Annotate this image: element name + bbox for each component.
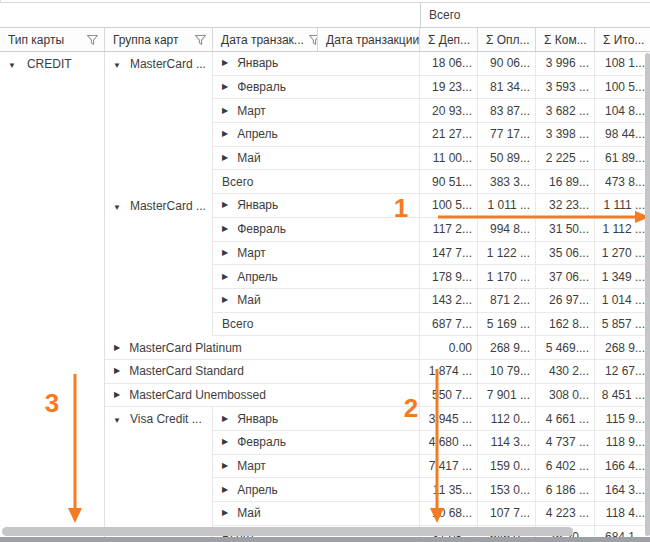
value-cell[interactable]: 871 2... [478,289,536,312]
expand-icon[interactable]: ▶ [222,462,228,470]
value-cell[interactable]: 83 87... [478,99,536,122]
value-cell[interactable]: 3 682 ... [536,99,595,122]
expand-icon[interactable]: ▶ [114,391,120,399]
value-cell[interactable]: 1 349 ... [595,265,650,288]
header-card-group[interactable]: Группа карт [105,28,213,51]
expand-icon[interactable]: ▶ [222,107,228,115]
value-cell[interactable]: 108 1... [595,52,650,75]
value-cell[interactable]: 4 680 ... [420,431,478,454]
value-cell[interactable]: 162 8... [536,313,595,336]
value-cell[interactable]: 98 44... [595,123,650,146]
value-cell[interactable]: 12 67... [595,360,650,383]
value-cell[interactable]: 164 3... [595,478,650,501]
value-cell[interactable]: 5 469.... [536,336,595,359]
value-cell[interactable]: 7 901 ... [478,384,536,407]
value-cell[interactable]: 18 06... [420,52,478,75]
row-month-cell[interactable]: ▶Февраль [213,431,420,454]
collapse-icon[interactable]: ▼ [113,61,121,70]
collapse-icon[interactable]: ▼ [8,61,16,70]
value-cell[interactable]: 16 89... [536,170,595,193]
row-month-cell[interactable]: ▶Март [213,455,420,478]
row-group-cell[interactable]: ▼Visa Credit ... [105,407,213,542]
row-month-cell[interactable]: ▶Апрель [213,478,420,501]
value-cell[interactable]: 143 2... [420,289,478,312]
expand-icon[interactable]: ▶ [222,83,228,91]
value-cell[interactable]: 268 9... [478,336,536,359]
value-cell[interactable]: 77 17... [478,123,536,146]
row-month-cell[interactable]: ▶Март [213,99,420,122]
value-cell[interactable]: 1 111 ... [595,194,650,217]
value-cell[interactable]: 6 402 ... [536,455,595,478]
value-cell[interactable]: 159 0... [478,455,536,478]
value-cell[interactable]: 153 0... [478,478,536,501]
value-cell[interactable]: 118 4... [595,502,650,525]
value-cell[interactable]: 118 9... [595,431,650,454]
row-month-cell[interactable]: ▶Январь [213,194,420,217]
value-cell[interactable]: 2 225 ... [536,147,595,170]
horizontal-scrollbar-thumb[interactable] [2,527,573,536]
value-cell[interactable]: 20 93... [420,99,478,122]
value-cell[interactable]: 117 2... [420,218,478,241]
value-cell[interactable]: 1 112 ... [595,218,650,241]
expand-icon[interactable]: ▶ [222,225,228,233]
expand-icon[interactable]: ▶ [222,415,228,423]
column-total-header[interactable]: Всего [420,3,650,27]
bottom-scrollbar-track[interactable] [0,537,650,542]
value-cell[interactable]: 81 34... [478,76,536,99]
value-cell[interactable]: 11 00... [420,147,478,170]
value-cell[interactable]: 10 79... [478,360,536,383]
value-cell[interactable]: 4 737 ... [536,431,595,454]
header-transaction-date-group[interactable]: Дата транзак... [213,28,318,51]
expand-icon[interactable]: ▶ [222,201,228,209]
collapse-icon[interactable]: ▼ [113,203,121,212]
row-month-cell[interactable]: ▶Май [213,147,420,170]
value-cell[interactable]: 114 3... [478,431,536,454]
row-card-type-cell[interactable]: ▼CREDIT [0,52,105,542]
value-cell[interactable]: 100 5... [420,194,478,217]
value-cell[interactable]: 11 35... [420,478,478,501]
row-total-cell[interactable]: Всего [213,170,420,193]
expand-icon[interactable]: ▶ [222,438,228,446]
row-month-cell[interactable]: ▶Январь [213,407,420,430]
row-group-cell[interactable]: ▶MasterCard Platinum [105,336,420,359]
value-cell[interactable]: 31 50... [536,218,595,241]
value-cell[interactable]: 8 451 ... [595,384,650,407]
value-cell[interactable]: 687 7... [420,313,478,336]
value-cell[interactable]: 10 68... [420,502,478,525]
value-cell[interactable]: 6 186 ... [536,478,595,501]
value-cell[interactable]: 90 06... [478,52,536,75]
collapse-icon[interactable]: ▼ [113,416,121,425]
header-sum-payment[interactable]: Σ Опл... [478,28,536,51]
row-group-cell[interactable]: ▶MasterCard Unembossed [105,384,420,407]
header-card-type[interactable]: Тип карты [0,28,105,51]
value-cell[interactable]: 5 169 ... [478,313,536,336]
expand-icon[interactable]: ▶ [222,273,228,281]
expand-icon[interactable]: ▶ [222,130,228,138]
value-cell[interactable]: 32 23... [536,194,595,217]
value-cell[interactable]: 166 4... [595,455,650,478]
row-month-cell[interactable]: ▶Январь [213,52,420,75]
header-sum-total[interactable]: Σ Ито... [595,28,650,51]
value-cell[interactable]: 268 9... [595,336,650,359]
header-sum-deposit[interactable]: Σ Деп... [420,28,478,51]
filter-icon[interactable] [194,34,207,46]
value-cell[interactable]: 1 014 ... [595,289,650,312]
row-total-cell[interactable]: Всего [213,313,420,336]
value-cell[interactable]: 550 7... [420,384,478,407]
value-cell[interactable]: 4 223 ... [536,502,595,525]
value-cell[interactable]: 994 8... [478,218,536,241]
header-sum-commission[interactable]: Σ Ком... [536,28,595,51]
value-cell[interactable]: 178 9... [420,265,478,288]
expand-icon[interactable]: ▶ [222,486,228,494]
row-month-cell[interactable]: ▶Февраль [213,76,420,99]
value-cell[interactable]: 473 8... [595,170,650,193]
value-cell[interactable]: 61 89... [595,147,650,170]
header-transaction-date[interactable]: Дата транзакции [318,28,420,51]
expand-icon[interactable]: ▶ [114,344,120,352]
value-cell[interactable]: 1 270 ... [595,242,650,265]
value-cell[interactable]: 3 945 ... [420,407,478,430]
filter-icon[interactable] [308,34,318,46]
value-cell[interactable]: 5 857 ... [595,313,650,336]
row-month-cell[interactable]: ▶Май [213,289,420,312]
row-group-cell[interactable]: ▶MasterCard Standard [105,360,420,383]
